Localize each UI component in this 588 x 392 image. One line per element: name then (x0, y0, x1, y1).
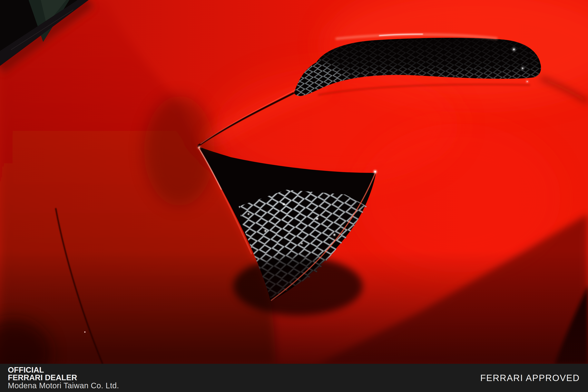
dealer-info-line2: FERRARI DEALER (8, 374, 119, 382)
dealer-info-line1: OFFICIAL (8, 366, 119, 374)
approved-label: FERRARI APPROVED (480, 372, 580, 383)
footer-bar: OFFICIAL FERRARI DEALER Modena Motori Ta… (0, 364, 588, 392)
panel-corner-specular (374, 171, 376, 172)
dealer-info-line3: Modena Motori Taiwan Co. Ltd. (8, 382, 119, 390)
dealer-photo-page: OFFICIAL FERRARI DEALER Modena Motori Ta… (0, 0, 588, 392)
dealer-info: OFFICIAL FERRARI DEALER Modena Motori Ta… (8, 366, 119, 390)
bottom-falloff (0, 251, 588, 364)
ferrari-bodywork-photo (0, 0, 588, 364)
shut-line-specular (84, 332, 86, 333)
